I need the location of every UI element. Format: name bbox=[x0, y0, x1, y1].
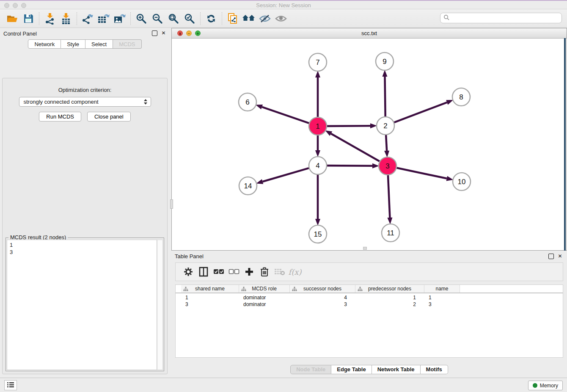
open-session-icon[interactable] bbox=[4, 11, 20, 26]
graph-node-label: 3 bbox=[385, 162, 389, 170]
refresh-icon[interactable] bbox=[203, 11, 219, 26]
export-network-icon[interactable] bbox=[80, 11, 96, 26]
table-panel: Table Panel ✕ f(x) shared nameMCDS roles… bbox=[171, 251, 567, 378]
search-input[interactable] bbox=[451, 15, 561, 21]
cell-shared-name[interactable]: 3 bbox=[181, 301, 239, 308]
graph-node-label: 9 bbox=[383, 58, 386, 66]
arrowhead-icon bbox=[372, 163, 379, 168]
edge-4-14[interactable] bbox=[263, 168, 309, 182]
home-neighbors-icon[interactable] bbox=[241, 11, 257, 26]
column-label: name bbox=[435, 286, 448, 292]
close-table-panel-icon[interactable]: ✕ bbox=[557, 254, 563, 259]
edge-3-1[interactable] bbox=[331, 134, 380, 161]
duplicate-network-icon[interactable] bbox=[225, 11, 241, 26]
tab-network-table[interactable]: Network Table bbox=[372, 365, 421, 374]
close-panel-button[interactable]: Close panel bbox=[87, 112, 131, 121]
toolbar-separator bbox=[200, 12, 201, 25]
cell-name[interactable]: 3 bbox=[424, 301, 460, 308]
network-canvas[interactable]: 7968124314101511 bbox=[172, 39, 566, 250]
edge-1-2[interactable] bbox=[327, 126, 370, 126]
tab-edge-table[interactable]: Edge Table bbox=[331, 365, 372, 374]
task-history-button[interactable] bbox=[4, 380, 17, 390]
import-table-icon[interactable] bbox=[58, 11, 74, 26]
zoom-selected-icon[interactable] bbox=[182, 11, 198, 26]
delete-table-icon[interactable] bbox=[272, 265, 287, 279]
column-header-predecessor-nodes[interactable]: predecessor nodes bbox=[355, 285, 424, 293]
tab-network[interactable]: Network bbox=[28, 39, 61, 49]
cell-name[interactable]: 1 bbox=[424, 294, 460, 301]
zoom-out-icon[interactable] bbox=[149, 11, 165, 26]
optimization-criterion-label: Optimization criterion: bbox=[3, 87, 167, 93]
cell-successor-nodes[interactable]: 4 bbox=[290, 294, 355, 301]
export-image-icon[interactable] bbox=[112, 11, 128, 26]
show-eye-icon[interactable] bbox=[273, 11, 289, 26]
mcds-result-groupbox: MCDS result (2 nodes) 1 3 bbox=[6, 237, 164, 371]
horizontal-scroll-handle[interactable] bbox=[363, 247, 367, 250]
cell-shared-name[interactable]: 1 bbox=[181, 294, 239, 301]
tab-motifs[interactable]: Motifs bbox=[421, 365, 448, 374]
graph-node-label: 14 bbox=[244, 182, 252, 190]
memory-status-icon bbox=[533, 383, 537, 388]
optimization-criterion-select[interactable]: strongly connected component bbox=[19, 97, 151, 107]
settings-gear-icon[interactable] bbox=[181, 265, 196, 279]
search-box[interactable] bbox=[440, 13, 562, 23]
tab-node-table[interactable]: Node Table bbox=[290, 365, 331, 374]
node-table: shared nameMCDS rolesuccessor nodesprede… bbox=[175, 284, 563, 358]
edge-3-11[interactable] bbox=[388, 175, 390, 218]
edge-1-6[interactable] bbox=[262, 107, 309, 123]
close-panel-icon[interactable]: ✕ bbox=[161, 30, 166, 36]
zoom-in-icon[interactable] bbox=[133, 11, 149, 26]
run-mcds-button[interactable]: Run MCDS bbox=[39, 112, 81, 121]
delete-trash-icon[interactable] bbox=[257, 265, 272, 279]
memory-label: Memory bbox=[540, 383, 558, 389]
float-table-panel-icon[interactable] bbox=[548, 254, 554, 259]
tab-mcds[interactable]: MCDS bbox=[113, 39, 141, 49]
arrowhead-icon bbox=[315, 71, 320, 77]
tab-select[interactable]: Select bbox=[85, 39, 113, 49]
graph-node-label: 15 bbox=[314, 230, 322, 238]
edge-2-8[interactable] bbox=[394, 102, 447, 122]
column-header-successor-nodes[interactable]: successor nodes bbox=[290, 285, 355, 293]
select-all-checks-icon[interactable] bbox=[211, 265, 226, 279]
cell-MCDS-role[interactable]: dominator bbox=[239, 294, 290, 301]
deselect-checks-icon[interactable] bbox=[226, 265, 242, 279]
column-header-shared-name[interactable]: shared name bbox=[181, 285, 239, 293]
save-session-icon[interactable] bbox=[20, 11, 36, 26]
function-fx-icon[interactable]: f(x) bbox=[287, 265, 303, 279]
cell-predecessor-nodes[interactable]: 2 bbox=[355, 301, 424, 308]
graph-node-label: 8 bbox=[459, 93, 463, 101]
edge-4-3[interactable] bbox=[327, 166, 372, 166]
window-title: Session: New Session bbox=[0, 2, 567, 8]
cell-successor-nodes[interactable]: 3 bbox=[290, 301, 355, 308]
cell-MCDS-role[interactable]: dominator bbox=[239, 301, 290, 308]
zoom-fit-icon[interactable] bbox=[165, 11, 182, 26]
tab-style[interactable]: Style bbox=[61, 39, 85, 49]
network-window-title: scc.txt bbox=[172, 30, 567, 36]
table-row[interactable]: 1dominator411 bbox=[176, 294, 563, 301]
add-plus-icon[interactable] bbox=[242, 265, 257, 279]
table-tabs: Node TableEdge TableNetwork TableMotifs bbox=[171, 365, 567, 374]
list-icon bbox=[7, 382, 14, 389]
export-table-icon[interactable] bbox=[96, 11, 112, 26]
hierarchy-icon bbox=[241, 286, 246, 294]
mcds-result-list[interactable]: 1 3 bbox=[7, 240, 157, 370]
memory-button[interactable]: Memory bbox=[528, 381, 563, 390]
hide-selected-eye-icon[interactable] bbox=[257, 11, 273, 26]
graph-node-label: 6 bbox=[245, 98, 249, 106]
graph-node-label: 10 bbox=[458, 178, 466, 186]
result-scrollbar[interactable] bbox=[157, 240, 163, 370]
arrowhead-icon bbox=[315, 219, 320, 226]
table-row[interactable]: 3dominator323 bbox=[176, 301, 563, 308]
edge-2-3[interactable] bbox=[386, 135, 387, 151]
splitter-handle[interactable] bbox=[170, 199, 173, 209]
float-panel-icon[interactable] bbox=[152, 30, 157, 36]
network-window-titlebar[interactable]: x − + scc.txt bbox=[172, 28, 567, 39]
show-columns-icon[interactable] bbox=[196, 265, 211, 279]
import-network-icon[interactable] bbox=[42, 11, 58, 26]
edge-2-9[interactable] bbox=[385, 77, 385, 116]
column-header-name[interactable]: name bbox=[424, 285, 460, 293]
cell-predecessor-nodes[interactable]: 1 bbox=[355, 294, 424, 301]
column-header-MCDS-role[interactable]: MCDS role bbox=[239, 285, 290, 293]
hierarchy-icon bbox=[292, 286, 297, 294]
edge-3-10[interactable] bbox=[397, 168, 447, 179]
